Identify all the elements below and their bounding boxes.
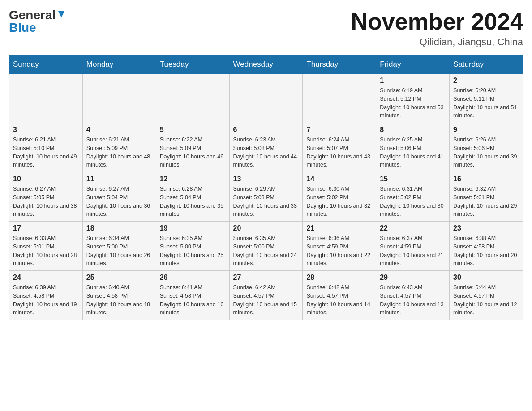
calendar-cell: 15Sunrise: 6:31 AMSunset: 5:02 PMDayligh… [376,172,450,222]
calendar-cell: 7Sunrise: 6:24 AMSunset: 5:07 PMDaylight… [303,123,376,172]
calendar-cell: 14Sunrise: 6:30 AMSunset: 5:02 PMDayligh… [303,172,376,222]
calendar-cell: 11Sunrise: 6:27 AMSunset: 5:04 PMDayligh… [82,172,156,222]
calendar-cell: 8Sunrise: 6:25 AMSunset: 5:06 PMDaylight… [376,123,450,172]
svg-marker-0 [58,11,64,17]
day-number: 14 [306,175,372,183]
calendar-cell: 17Sunrise: 6:33 AMSunset: 5:01 PMDayligh… [9,222,83,271]
header-row: Sunday Monday Tuesday Wednesday Thursday… [9,56,523,74]
day-number: 28 [306,274,372,282]
day-number: 7 [306,126,372,134]
calendar-week-row: 1Sunrise: 6:19 AMSunset: 5:12 PMDaylight… [9,74,523,123]
day-number: 29 [380,274,446,282]
calendar-cell: 29Sunrise: 6:43 AMSunset: 4:57 PMDayligh… [376,271,450,320]
day-info: Sunrise: 6:38 AMSunset: 4:58 PMDaylight:… [453,234,519,268]
calendar-week-row: 24Sunrise: 6:39 AMSunset: 4:58 PMDayligh… [9,271,523,320]
day-number: 13 [233,175,299,183]
day-number: 26 [160,274,226,282]
calendar-cell: 30Sunrise: 6:44 AMSunset: 4:57 PMDayligh… [450,271,523,320]
calendar-cell [82,74,156,123]
day-number: 10 [13,175,79,183]
day-info: Sunrise: 6:42 AMSunset: 4:57 PMDaylight:… [306,283,372,317]
location-title: Qilidian, Jiangsu, China [351,36,523,48]
day-info: Sunrise: 6:35 AMSunset: 5:00 PMDaylight:… [233,234,299,268]
calendar-cell: 5Sunrise: 6:22 AMSunset: 5:09 PMDaylight… [156,123,229,172]
col-friday: Friday [376,56,450,74]
day-number: 1 [380,77,446,85]
calendar-cell: 25Sunrise: 6:40 AMSunset: 4:58 PMDayligh… [82,271,156,320]
col-sunday: Sunday [9,56,83,74]
day-info: Sunrise: 6:30 AMSunset: 5:02 PMDaylight:… [306,185,372,218]
col-wednesday: Wednesday [229,56,303,74]
day-info: Sunrise: 6:26 AMSunset: 5:06 PMDaylight:… [453,136,519,169]
calendar-cell: 12Sunrise: 6:28 AMSunset: 5:04 PMDayligh… [156,172,229,222]
calendar-cell: 16Sunrise: 6:32 AMSunset: 5:01 PMDayligh… [450,172,523,222]
day-number: 15 [380,175,446,183]
calendar-cell: 22Sunrise: 6:37 AMSunset: 4:59 PMDayligh… [376,222,450,271]
day-number: 4 [86,126,152,134]
day-info: Sunrise: 6:43 AMSunset: 4:57 PMDaylight:… [380,283,446,317]
day-info: Sunrise: 6:35 AMSunset: 5:00 PMDaylight:… [160,234,226,268]
calendar-table: Sunday Monday Tuesday Wednesday Thursday… [9,55,523,320]
day-number: 17 [13,224,79,232]
calendar-cell: 19Sunrise: 6:35 AMSunset: 5:00 PMDayligh… [156,222,229,271]
calendar-cell: 2Sunrise: 6:20 AMSunset: 5:11 PMDaylight… [450,74,523,123]
day-number: 16 [453,175,519,183]
day-number: 8 [380,126,446,134]
day-number: 23 [453,224,519,232]
day-info: Sunrise: 6:19 AMSunset: 5:12 PMDaylight:… [380,86,446,120]
calendar-cell: 4Sunrise: 6:21 AMSunset: 5:09 PMDaylight… [82,123,156,172]
calendar-cell: 20Sunrise: 6:35 AMSunset: 5:00 PMDayligh… [229,222,303,271]
title-area: November 2024 Qilidian, Jiangsu, China [351,9,523,48]
logo: General Blue [9,9,66,34]
logo-general-text: General [9,9,56,21]
calendar-cell [156,74,229,123]
calendar-cell: 9Sunrise: 6:26 AMSunset: 5:06 PMDaylight… [450,123,523,172]
day-number: 24 [13,274,79,282]
day-info: Sunrise: 6:23 AMSunset: 5:08 PMDaylight:… [233,136,299,169]
col-saturday: Saturday [450,56,523,74]
day-info: Sunrise: 6:40 AMSunset: 4:58 PMDaylight:… [86,283,152,317]
day-number: 21 [306,224,372,232]
day-number: 27 [233,274,299,282]
day-info: Sunrise: 6:44 AMSunset: 4:57 PMDaylight:… [453,283,519,317]
calendar-cell: 18Sunrise: 6:34 AMSunset: 5:00 PMDayligh… [82,222,156,271]
calendar-cell [303,74,376,123]
calendar-cell: 3Sunrise: 6:21 AMSunset: 5:10 PMDaylight… [9,123,83,172]
day-info: Sunrise: 6:39 AMSunset: 4:58 PMDaylight:… [13,283,79,317]
day-number: 22 [380,224,446,232]
calendar-cell: 23Sunrise: 6:38 AMSunset: 4:58 PMDayligh… [450,222,523,271]
day-number: 3 [13,126,79,134]
day-number: 18 [86,224,152,232]
header: General Blue November 2024 Qilidian, Jia… [9,9,523,48]
calendar-cell: 26Sunrise: 6:41 AMSunset: 4:58 PMDayligh… [156,271,229,320]
day-number: 2 [453,77,519,85]
col-thursday: Thursday [303,56,376,74]
calendar-cell: 6Sunrise: 6:23 AMSunset: 5:08 PMDaylight… [229,123,303,172]
day-info: Sunrise: 6:21 AMSunset: 5:10 PMDaylight:… [13,136,79,169]
day-number: 11 [86,175,152,183]
logo-blue-text: Blue [9,21,36,34]
day-number: 30 [453,274,519,282]
calendar-week-row: 3Sunrise: 6:21 AMSunset: 5:10 PMDaylight… [9,123,523,172]
day-info: Sunrise: 6:34 AMSunset: 5:00 PMDaylight:… [86,234,152,268]
calendar-cell: 28Sunrise: 6:42 AMSunset: 4:57 PMDayligh… [303,271,376,320]
month-title: November 2024 [351,9,523,34]
day-info: Sunrise: 6:36 AMSunset: 4:59 PMDaylight:… [306,234,372,268]
day-number: 12 [160,175,226,183]
day-info: Sunrise: 6:33 AMSunset: 5:01 PMDaylight:… [13,234,79,268]
day-info: Sunrise: 6:37 AMSunset: 4:59 PMDaylight:… [380,234,446,268]
calendar-cell: 24Sunrise: 6:39 AMSunset: 4:58 PMDayligh… [9,271,83,320]
calendar-week-row: 10Sunrise: 6:27 AMSunset: 5:05 PMDayligh… [9,172,523,222]
day-number: 5 [160,126,226,134]
calendar-body: 1Sunrise: 6:19 AMSunset: 5:12 PMDaylight… [9,74,523,320]
day-number: 20 [233,224,299,232]
calendar-cell: 1Sunrise: 6:19 AMSunset: 5:12 PMDaylight… [376,74,450,123]
day-info: Sunrise: 6:29 AMSunset: 5:03 PMDaylight:… [233,185,299,218]
col-tuesday: Tuesday [156,56,229,74]
calendar-cell: 21Sunrise: 6:36 AMSunset: 4:59 PMDayligh… [303,222,376,271]
calendar-cell: 10Sunrise: 6:27 AMSunset: 5:05 PMDayligh… [9,172,83,222]
calendar-cell: 27Sunrise: 6:42 AMSunset: 4:57 PMDayligh… [229,271,303,320]
calendar-cell [229,74,303,123]
calendar-header: Sunday Monday Tuesday Wednesday Thursday… [9,56,523,74]
day-number: 25 [86,274,152,282]
